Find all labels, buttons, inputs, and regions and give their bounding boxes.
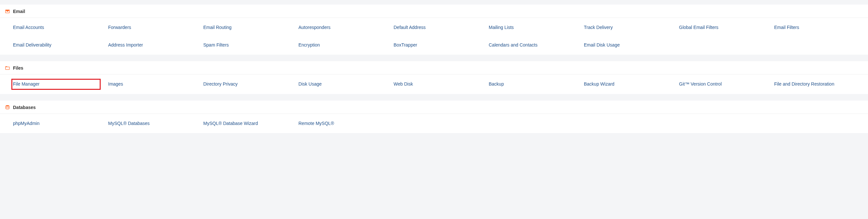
list-item: Mailing Lists [488,23,576,33]
svg-point-0 [6,105,9,106]
link-autoresponders[interactable]: Autoresponders [299,24,331,31]
list-item: Web Disk [392,79,481,89]
link-file-and-directory-restoration[interactable]: File and Directory Restoration [774,81,834,87]
section-email: Email Email Accounts Forwarders Email Ro… [0,5,868,55]
link-file-manager[interactable]: File Manager [13,81,40,87]
item-grid-files: File Manager Images Directory Privacy Di… [12,79,862,89]
list-item: Directory Privacy [202,79,291,89]
list-item: MySQL® Databases [107,118,195,129]
link-track-delivery[interactable]: Track Delivery [584,24,613,31]
list-item: Backup Wizard [583,79,671,89]
link-boxtrapper[interactable]: BoxTrapper [394,42,417,49]
section-body-files: File Manager Images Directory Privacy Di… [0,75,868,94]
list-item: Calendars and Contacts [488,40,576,50]
list-item: phpMyAdmin [12,118,100,129]
list-item: Spam Filters [202,40,291,50]
link-calendars-and-contacts[interactable]: Calendars and Contacts [489,42,537,49]
list-item: Track Delivery [583,23,671,33]
link-mysql-databases[interactable]: MySQL® Databases [108,120,150,127]
link-directory-privacy[interactable]: Directory Privacy [203,81,238,87]
section-title-files: Files [13,65,23,71]
list-item: Autoresponders [297,23,386,33]
link-email-accounts[interactable]: Email Accounts [13,24,44,31]
link-address-importer[interactable]: Address Importer [108,42,143,49]
list-item: Global Email Filters [678,23,766,33]
section-body-email: Email Accounts Forwarders Email Routing … [0,18,868,55]
list-item: Forwarders [107,23,195,33]
link-global-email-filters[interactable]: Global Email Filters [679,24,718,31]
section-body-databases: phpMyAdmin MySQL® Databases MySQL® Datab… [0,114,868,133]
list-item: Address Importer [107,40,195,50]
page-wrap: Email Email Accounts Forwarders Email Ro… [0,0,868,133]
link-default-address[interactable]: Default Address [394,24,426,31]
link-email-disk-usage[interactable]: Email Disk Usage [584,42,620,49]
list-item: Email Deliverability [12,40,100,50]
database-icon [4,105,10,110]
list-item: Email Accounts [12,23,100,33]
envelope-icon [4,8,10,14]
list-item: File and Directory Restoration [773,79,862,89]
section-header-files: Files [0,61,868,75]
list-item: Email Routing [202,23,291,33]
link-email-routing[interactable]: Email Routing [203,24,231,31]
folder-open-icon [4,65,10,71]
item-grid-email: Email Accounts Forwarders Email Routing … [12,23,862,50]
list-item: MySQL® Database Wizard [202,118,291,129]
section-title-databases: Databases [13,105,36,110]
list-item: Encryption [297,40,386,50]
link-forwarders[interactable]: Forwarders [108,24,131,31]
link-mailing-lists[interactable]: Mailing Lists [489,24,514,31]
link-images[interactable]: Images [108,81,123,87]
section-header-databases: Databases [0,101,868,114]
section-files: Files File Manager Images Directory Priv… [0,61,868,94]
link-backup[interactable]: Backup [489,81,504,87]
section-header-email: Email [0,5,868,18]
link-git-version-control[interactable]: Git™ Version Control [679,81,722,87]
list-item: Disk Usage [297,79,386,89]
list-item: Default Address [392,23,481,33]
link-backup-wizard[interactable]: Backup Wizard [584,81,614,87]
link-email-filters[interactable]: Email Filters [774,24,799,31]
list-item: Images [107,79,195,89]
link-disk-usage[interactable]: Disk Usage [299,81,322,87]
section-title-email: Email [13,9,25,14]
link-phpmyadmin[interactable]: phpMyAdmin [13,120,40,127]
list-item: Backup [488,79,576,89]
list-item: Email Disk Usage [583,40,671,50]
section-databases: Databases phpMyAdmin MySQL® Databases My… [0,101,868,133]
list-item: Remote MySQL® [297,118,386,129]
link-mysql-database-wizard[interactable]: MySQL® Database Wizard [203,120,258,127]
link-email-deliverability[interactable]: Email Deliverability [13,42,51,49]
link-remote-mysql[interactable]: Remote MySQL® [299,120,334,127]
list-item: Email Filters [773,23,862,33]
list-item: Git™ Version Control [678,79,766,89]
list-item-highlighted: File Manager [12,79,100,89]
link-encryption[interactable]: Encryption [299,42,320,49]
link-web-disk[interactable]: Web Disk [394,81,413,87]
item-grid-databases: phpMyAdmin MySQL® Databases MySQL® Datab… [12,118,862,129]
link-spam-filters[interactable]: Spam Filters [203,42,229,49]
list-item: BoxTrapper [392,40,481,50]
